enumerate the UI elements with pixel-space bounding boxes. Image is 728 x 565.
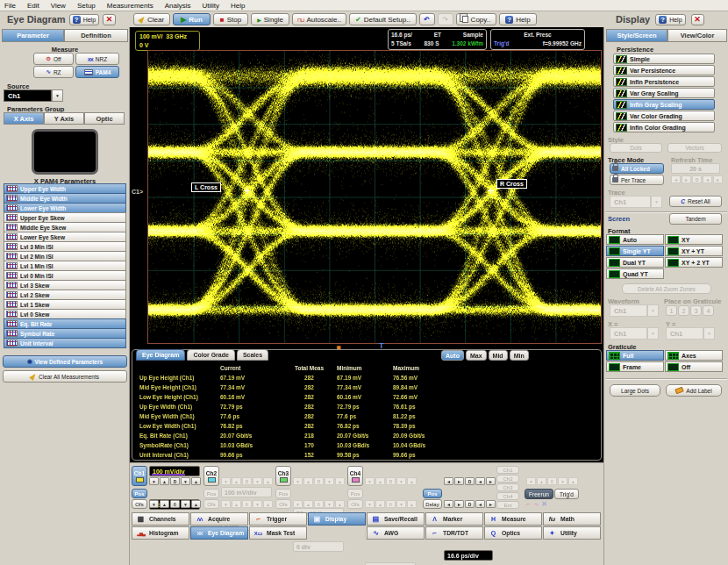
spinner-button[interactable]: ▲ — [191, 477, 201, 485]
view-mid-button[interactable]: Mid — [489, 350, 508, 361]
single-button[interactable]: Single — [251, 13, 289, 25]
per-trace-button[interactable]: Per Trace — [610, 175, 664, 185]
tab-scales[interactable]: Scales — [237, 349, 268, 361]
measure-pam4-button[interactable]: PAM4 — [75, 66, 119, 78]
tab-color-grade[interactable]: Color Grade — [187, 349, 234, 361]
spinner-button[interactable]: ► — [454, 500, 464, 508]
format-xy-button[interactable]: XY — [665, 234, 723, 245]
math-button[interactable]: Math — [543, 512, 601, 526]
spinner-button[interactable]: ► — [454, 477, 464, 485]
spinner-button[interactable]: ▼ — [149, 500, 159, 508]
default-setup-button[interactable]: Default Setup.. — [349, 13, 417, 25]
persistence-infin-persistence[interactable]: Infin Persistence — [613, 76, 715, 87]
spinner-button[interactable]: ▲ — [160, 477, 169, 485]
left-close-button[interactable]: ✕ — [103, 14, 116, 25]
spinner-button[interactable]: ▲ — [160, 500, 169, 508]
persistence-var-color-grading[interactable]: Var Color Grading — [613, 111, 715, 121]
timebase-pos-button[interactable]: Pos — [423, 489, 442, 498]
menu-utility[interactable]: Utility — [203, 2, 220, 10]
spinner-button[interactable]: D — [465, 477, 475, 485]
tab-x-axis[interactable]: X Axis — [4, 112, 44, 125]
persistence-infin-color-grading[interactable]: Infin Color Grading — [613, 122, 715, 132]
eye-diagram-button[interactable]: Eye Diagram — [190, 526, 248, 540]
run-button[interactable]: Run — [173, 13, 211, 25]
tab-style-screen[interactable]: Style/Screen — [606, 29, 667, 42]
tdr-tdt-button[interactable]: TDR/TDT — [425, 526, 483, 540]
tab-definition[interactable]: Definition — [64, 29, 128, 42]
tab-eye-diagram[interactable]: Eye Diagram — [136, 349, 185, 361]
autoscale-button[interactable]: Autoscale.. — [292, 13, 346, 25]
menu-analysis[interactable]: Analysis — [165, 2, 191, 10]
view-auto-button[interactable]: Auto — [441, 350, 464, 361]
channels-button[interactable]: Channels — [132, 512, 189, 526]
timebase-info-box[interactable]: 16.6 ps/ETSample 5 TSa/s830 S1.302 kWfm — [388, 29, 487, 50]
acquire-button[interactable]: Acquire — [190, 512, 248, 526]
save-recall-button[interactable]: Save/Recall — [367, 512, 425, 526]
persistence-var-gray-scaling[interactable]: Var Gray Scaling — [613, 88, 715, 98]
histogram-button[interactable]: Histogram — [132, 526, 189, 540]
measure-nrz-button[interactable]: NRZ — [75, 53, 119, 65]
source-dropdown[interactable]: Ch1 ▼ — [4, 89, 63, 102]
graticule-axes-button[interactable]: Axes — [665, 350, 723, 361]
tab-parameter[interactable]: Parameter — [2, 29, 64, 42]
clear-all-measurements-button[interactable]: Clear All Measurements — [3, 370, 127, 383]
graticule-full-button[interactable]: Full — [606, 350, 664, 361]
view-max-button[interactable]: Max — [466, 350, 487, 361]
stop-button[interactable]: Stop — [213, 13, 248, 25]
view-defined-parameters-button[interactable]: View Defined Parameters — [3, 355, 127, 368]
trigger-info-box[interactable]: Ext. Presc Trig'df=9.99952 GHz — [490, 29, 585, 50]
ch2-button[interactable]: Ch2 — [203, 466, 219, 486]
toolbar-help-button[interactable]: Help — [499, 13, 536, 25]
tab-y-axis[interactable]: Y Axis — [44, 112, 84, 125]
spinner-button[interactable]: ► — [486, 500, 496, 508]
persistence-var-persistence[interactable]: Var Persistence — [613, 65, 715, 75]
marker-button[interactable]: Marker — [425, 512, 483, 526]
spinner-button[interactable]: D — [465, 500, 475, 508]
persistence-simple[interactable]: Simple — [613, 54, 715, 64]
trigger-button[interactable]: Trigger — [249, 512, 307, 526]
reset-all-button[interactable]: Reset All — [669, 196, 722, 207]
channel-info-box[interactable]: 100 mV/ 33 GHz 0 V — [135, 31, 200, 51]
trigd-button[interactable]: Trig'd — [554, 489, 579, 499]
ch4-button[interactable]: Ch4 — [347, 466, 363, 486]
left-help-button[interactable]: Help — [69, 14, 99, 25]
graticule-off-button[interactable]: Off — [665, 361, 723, 372]
undo-button[interactable] — [419, 13, 435, 25]
spinner-button[interactable]: ▼ — [181, 477, 190, 485]
large-dots-button[interactable]: Large Dots — [610, 384, 660, 397]
freerun-button[interactable]: Freerun — [525, 489, 553, 499]
menu-setup[interactable]: Setup — [77, 2, 96, 10]
spinner-button[interactable]: ▼ — [149, 477, 159, 485]
redo-button[interactable] — [438, 13, 453, 25]
menu-help[interactable]: Help — [231, 2, 245, 10]
tab-optic[interactable]: Optic — [84, 112, 125, 125]
mask-test-button[interactable]: Mask Test — [249, 526, 307, 540]
graticule-frame-button[interactable]: Frame — [606, 361, 664, 372]
spinner-button[interactable]: ◄ — [475, 500, 485, 508]
copy-button[interactable]: Copy.. — [456, 13, 497, 25]
measure-button[interactable]: Measure — [484, 512, 542, 526]
persistence-infin-gray-scaling[interactable]: Infin Gray Scaling — [613, 99, 715, 110]
menu-view[interactable]: View — [51, 2, 66, 10]
ch1-button[interactable]: Ch1 — [132, 466, 147, 486]
format-xy-2yt-button[interactable]: XY + 2 YT — [665, 257, 723, 268]
utility-button[interactable]: Utility — [543, 526, 601, 540]
measure-rz-button[interactable]: RZ — [33, 66, 74, 78]
menu-file[interactable]: File — [4, 2, 16, 10]
awg-button[interactable]: AWG — [367, 526, 425, 540]
format-auto-button[interactable]: Auto — [606, 234, 664, 245]
measure-off-button[interactable]: Off — [33, 53, 74, 65]
param-unit-interval[interactable]: Unit Interval — [4, 338, 126, 348]
spinner-button[interactable]: D — [170, 477, 180, 485]
timebase-scale-display[interactable]: 16.6 ps/div — [444, 550, 493, 561]
spinner-button[interactable]: 0 — [170, 500, 180, 508]
right-close-button[interactable]: ✕ — [691, 14, 704, 25]
format-single-yt-button[interactable]: Single YT — [606, 246, 664, 256]
spinner-button[interactable]: ◄ — [444, 500, 453, 508]
spinner-button[interactable]: ◄ — [444, 477, 453, 485]
format-quad-yt-button[interactable]: Quad YT — [606, 268, 664, 279]
spinner-button[interactable]: ▲ — [191, 500, 201, 508]
tandem-button[interactable]: Tandem — [669, 213, 722, 225]
tab-view-color[interactable]: View/Color — [667, 29, 727, 42]
right-help-button[interactable]: Help — [655, 14, 685, 25]
